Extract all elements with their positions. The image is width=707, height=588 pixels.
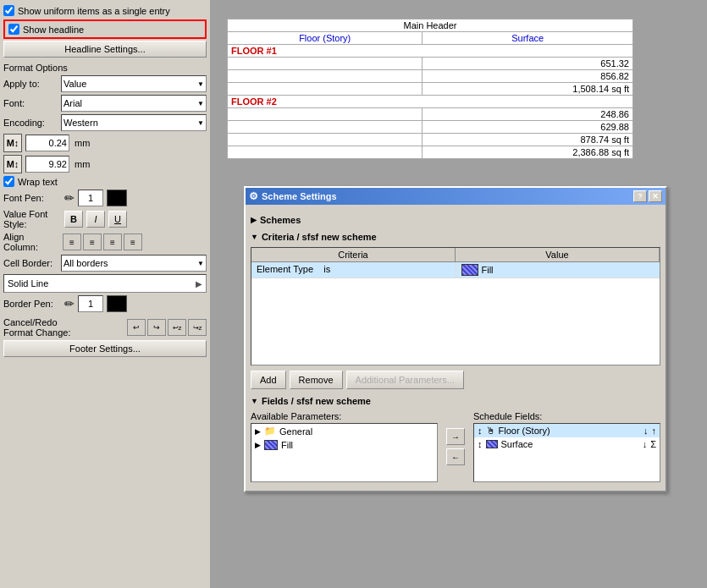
solid-line-arrow-icon: ▶ — [196, 279, 202, 289]
remove-button[interactable]: Remove — [290, 371, 343, 389]
criteria-col-header: Criteria — [251, 248, 456, 261]
col-header-surface: Surface — [423, 32, 633, 45]
italic-button[interactable]: I — [86, 211, 105, 228]
criteria-data-row[interactable]: Element Type is Fill — [251, 262, 660, 278]
underline-button[interactable]: U — [108, 211, 127, 228]
size1-input[interactable] — [25, 135, 69, 151]
floor1-label: FLOOR #1 — [228, 45, 633, 58]
apply-to-select[interactable]: ValueHeaderAll — [61, 75, 207, 92]
available-params-list[interactable]: ▶ 📁 General ▶ Fill — [251, 423, 438, 482]
align-center-button[interactable]: ≡ — [83, 234, 102, 250]
fill-expand-icon: ▶ — [255, 441, 261, 449]
data-row: 2,386.88 sq ft — [423, 146, 633, 159]
fields-body: Available Parameters: ▶ 📁 General ▶ Fill — [251, 411, 660, 482]
left-panel: Show uniform items as a single entry Sho… — [0, 0, 210, 588]
param-general-label: General — [279, 426, 312, 437]
schedule-fields-label: Schedule Fields: — [473, 411, 660, 421]
fill-icon — [461, 264, 478, 276]
param-fill-label: Fill — [281, 440, 293, 450]
fields-section-header[interactable]: Fields / sfsf new scheme — [251, 394, 660, 408]
param-general-item[interactable]: ▶ 📁 General — [251, 424, 437, 438]
dialog-body: Schemes Criteria / sfsf new scheme Crite… — [246, 205, 666, 491]
field-move-right-button[interactable]: → — [446, 428, 465, 445]
dialog-titlebar: ⚙ Scheme Settings ? ✕ — [246, 188, 666, 205]
apply-to-label: Apply to: — [3, 79, 61, 89]
font-pen-row: Font Pen: ✏ — [3, 190, 207, 206]
undo-button[interactable]: ↩ — [127, 319, 146, 336]
size1-icon-text: M↕ — [7, 138, 19, 148]
criteria-section: Criteria / sfsf new scheme Criteria Valu… — [251, 230, 660, 389]
show-uniform-row: Show uniform items as a single entry — [3, 3, 207, 18]
data-row: 248.86 — [423, 108, 633, 121]
font-pen-label: Font Pen: — [3, 193, 61, 203]
data-row: 1,508.14 sq ft — [423, 83, 633, 96]
border-pen-input[interactable] — [78, 295, 103, 312]
align-column-label: Align Column: — [3, 232, 61, 252]
field-surface-row[interactable]: ↕ Surface ↓ Σ — [474, 437, 660, 451]
schemes-section-label: Schemes — [260, 215, 301, 225]
encoding-label: Encoding: — [3, 118, 61, 128]
show-headline-label: Show headline — [23, 25, 84, 35]
headline-settings-button[interactable]: Headline Settings... — [3, 41, 207, 58]
additional-params-button[interactable]: Additional Parameters... — [346, 371, 464, 389]
undo-step-button[interactable]: ↩z — [168, 319, 186, 336]
redo-step-button[interactable]: ↪z — [188, 319, 207, 336]
dialog-help-button[interactable]: ? — [633, 190, 647, 202]
border-pen-color-box[interactable] — [107, 295, 127, 312]
solid-line-row[interactable]: Solid Line ▶ — [3, 274, 207, 293]
bold-button[interactable]: B — [64, 211, 83, 228]
add-button[interactable]: Add — [251, 371, 286, 389]
data-row — [228, 58, 423, 70]
data-row — [228, 134, 423, 146]
dialog-close-button[interactable]: ✕ — [649, 190, 662, 202]
solid-line-label: Solid Line — [8, 278, 196, 289]
pen-icon: ✏ — [64, 191, 75, 205]
align-column-row: Align Column: ≡ ≡ ≡ ≡ — [3, 232, 207, 252]
criteria-table: Criteria Value Element Type is Fill — [251, 247, 660, 365]
schemes-section-header[interactable]: Schemes — [251, 213, 660, 227]
align-left-button[interactable]: ≡ — [63, 234, 81, 250]
font-pen-color-box[interactable] — [107, 190, 127, 206]
show-headline-checkbox[interactable] — [8, 24, 19, 35]
border-pen-label: Border Pen: — [3, 299, 61, 309]
font-dropdown-wrapper[interactable]: ArialTimes New Roman — [61, 95, 207, 112]
show-uniform-checkbox[interactable] — [3, 5, 14, 16]
font-pen-input[interactable] — [78, 190, 103, 206]
criteria-section-header[interactable]: Criteria / sfsf new scheme — [251, 230, 660, 244]
apply-to-dropdown-wrapper[interactable]: ValueHeaderAll — [61, 75, 207, 92]
param-fill-item[interactable]: ▶ Fill — [251, 438, 437, 452]
field-surface-arrow-icon: ↕ — [478, 439, 483, 449]
encoding-dropdown-wrapper[interactable]: WesternCentral European — [61, 114, 207, 131]
size2-icon: M↕ — [3, 155, 22, 173]
size1-icon: M↕ — [3, 134, 22, 152]
fields-section: Fields / sfsf new scheme Available Param… — [251, 394, 660, 482]
font-label: Font: — [3, 98, 61, 108]
schedule-table: Main Header Floor (Story) Surface FLOOR … — [227, 19, 633, 159]
size2-input[interactable] — [25, 156, 69, 173]
redo-button[interactable]: ↪ — [147, 319, 166, 336]
cell-border-select[interactable]: All bordersNo borders — [61, 255, 207, 272]
font-select[interactable]: ArialTimes New Roman — [61, 95, 207, 112]
general-folder-icon: 📁 — [264, 426, 276, 437]
schedule-fields-list[interactable]: ↕ 🖱 Floor (Story) ↓ ↑ ↕ Surface ↓ — [473, 423, 660, 482]
scheme-settings-dialog: ⚙ Scheme Settings ? ✕ Schemes Cr — [244, 186, 667, 492]
field-move-left-button[interactable]: ← — [446, 448, 465, 465]
field-floor-row[interactable]: ↕ 🖱 Floor (Story) ↓ ↑ — [474, 424, 660, 437]
criteria-value-text: Fill — [482, 265, 494, 275]
cancel-redo-row: Cancel/RedoFormat Change: ↩ ↪ ↩z ↪z — [3, 317, 207, 338]
value-font-style-row: Value Font Style: B I U — [3, 209, 207, 229]
encoding-select[interactable]: WesternCentral European — [61, 114, 207, 131]
field-surface-down-icon: ↓ — [643, 439, 648, 449]
align-justify-button[interactable]: ≡ — [124, 234, 142, 250]
wrap-text-checkbox[interactable] — [3, 176, 14, 187]
cell-border-dropdown-wrapper[interactable]: All bordersNo borders — [61, 255, 207, 272]
show-uniform-label: Show uniform items as a single entry — [18, 6, 170, 16]
show-headline-row: Show headline — [3, 19, 207, 39]
criteria-value-cell: Fill — [456, 262, 660, 278]
data-row: 651.32 — [423, 58, 633, 70]
footer-settings-button[interactable]: Footer Settings... — [3, 340, 207, 357]
field-surface-fill-icon — [486, 440, 498, 448]
cancel-redo-label: Cancel/RedoFormat Change: — [3, 317, 124, 338]
align-right-button[interactable]: ≡ — [103, 234, 122, 250]
fields-divider: → ← — [443, 411, 468, 482]
